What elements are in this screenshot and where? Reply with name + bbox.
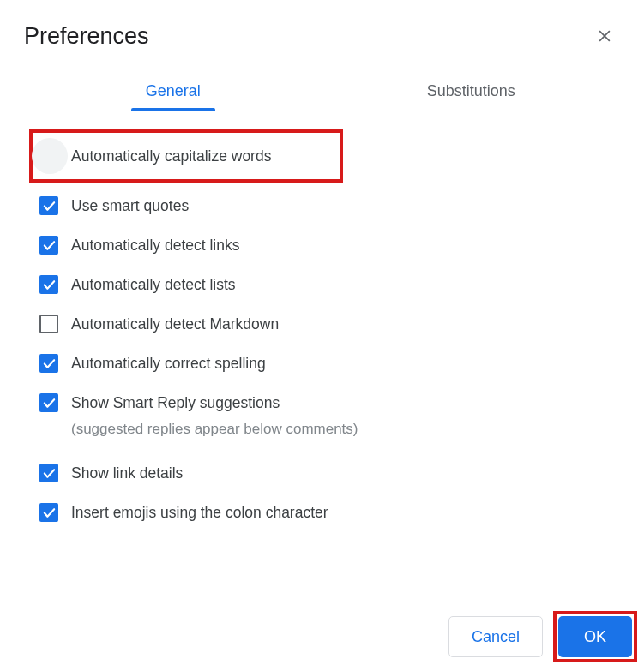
close-icon [596,27,613,45]
tab-substitutions[interactable]: Substitutions [322,82,621,111]
ok-button[interactable]: OK [558,616,632,657]
close-button[interactable] [589,21,620,51]
check-icon [42,278,57,292]
option-label: Show Smart Reply suggestions [71,393,358,412]
checkbox-smart-reply[interactable] [39,393,58,412]
option-correct-spelling[interactable]: Automatically correct spelling [31,344,613,383]
cancel-button[interactable]: Cancel [448,616,543,657]
tab-general[interactable]: General [24,82,322,111]
option-insert-emojis[interactable]: Insert emojis using the colon character [31,493,613,532]
option-sublabel: (suggested replies appear below comments… [71,421,358,438]
ok-highlight-box: OK [553,611,637,662]
option-label: Automatically detect links [71,236,239,255]
checkbox-correct-spelling[interactable] [39,354,58,373]
option-smart-reply[interactable]: Show Smart Reply suggestions (suggested … [31,383,613,448]
checkbox-auto-capitalize[interactable] [39,147,58,165]
option-label: Use smart quotes [71,196,189,215]
checkbox-insert-emojis[interactable] [39,503,58,522]
option-detect-markdown[interactable]: Automatically detect Markdown [31,304,613,344]
option-link-details[interactable]: Show link details [31,453,613,493]
option-label: Automatically capitalize words [71,147,271,165]
option-detect-lists[interactable]: Automatically detect lists [31,265,613,304]
option-label: Show link details [71,464,183,482]
option-label: Automatically detect Markdown [71,315,279,333]
checkbox-detect-markdown[interactable] [39,315,58,333]
option-label: Insert emojis using the colon character [71,503,328,522]
option-label: Automatically detect lists [71,275,236,294]
option-smart-quotes[interactable]: Use smart quotes [31,186,613,225]
option-detect-links[interactable]: Automatically detect links [31,225,613,265]
checkbox-detect-links[interactable] [39,236,58,255]
checkbox-link-details[interactable] [39,464,58,482]
focus-halo [32,138,68,174]
checkbox-detect-lists[interactable] [39,275,58,294]
check-icon [42,396,57,410]
check-icon [42,466,57,481]
check-icon [42,356,57,371]
check-icon [42,199,57,213]
option-auto-capitalize[interactable]: Automatically capitalize words [31,131,341,181]
dialog-title: Preferences [24,23,149,50]
option-label: Automatically correct spelling [71,354,266,373]
check-icon [42,506,57,520]
check-icon [42,238,57,253]
checkbox-smart-quotes[interactable] [39,196,58,215]
